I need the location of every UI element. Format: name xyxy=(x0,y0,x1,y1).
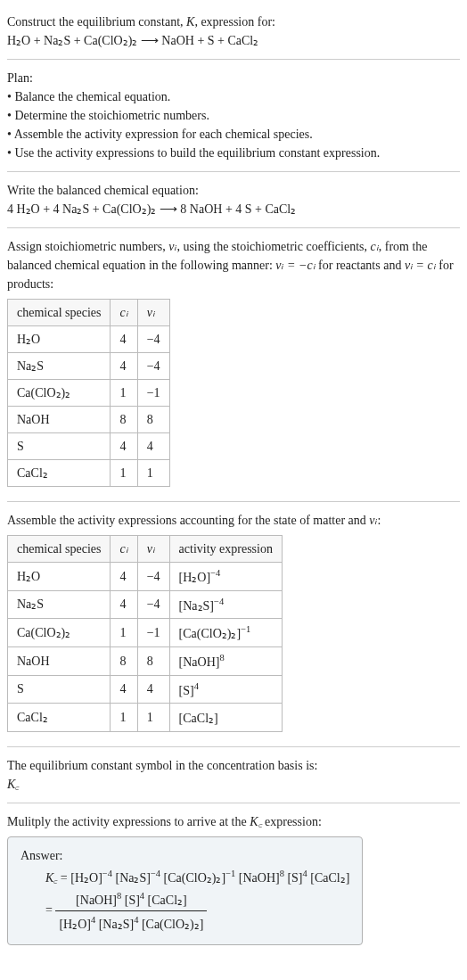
cell-species: H₂O xyxy=(8,563,111,591)
act-exp: −4 xyxy=(210,568,220,578)
multiply-section: Mulitply the activity expressions to arr… xyxy=(7,807,460,951)
cell-v: −4 xyxy=(137,353,169,380)
kc-symbol-section: The equilibrium constant symbol in the c… xyxy=(7,751,460,799)
act-exp: −4 xyxy=(214,597,224,606)
term: [CaCl₂] xyxy=(144,893,187,906)
cell-species: H₂O xyxy=(8,326,111,353)
col-species: chemical species xyxy=(8,536,111,563)
answer-label: Answer: xyxy=(20,846,349,865)
table-row: CaCl₂11 xyxy=(8,460,170,487)
exp: −1 xyxy=(225,869,235,878)
plan-bullet: • Assemble the activity expression for e… xyxy=(7,125,460,144)
table-row: CaCl₂11[CaCl₂] xyxy=(8,704,283,732)
cell-activity: [Na₂S]−4 xyxy=(169,590,282,619)
cell-activity: [NaOH]8 xyxy=(169,646,282,675)
act-base: [Ca(ClO₂)₂] xyxy=(179,627,242,640)
activity-text: Assemble the activity expressions accoun… xyxy=(7,511,460,530)
multiply-t: Mulitply the activity expressions to arr… xyxy=(7,815,250,828)
plan-bullet: • Use the activity expressions to build … xyxy=(7,144,460,162)
cell-species: S xyxy=(8,675,111,704)
balanced-equation: 4 H₂O + 4 Na₂S + Ca(ClO₂)₂ ⟶ 8 NaOH + 4 … xyxy=(7,200,460,218)
intro-text: Construct the equilibrium constant, K, e… xyxy=(7,12,460,31)
cell-v: −1 xyxy=(137,380,169,407)
numerator: [NaOH]8 [S]4 [CaCl₂] xyxy=(55,889,207,912)
cell-c: 4 xyxy=(111,590,137,619)
col-ci: cᵢ xyxy=(111,300,137,326)
intro-section: Construct the equilibrium constant, K, e… xyxy=(7,7,460,55)
table-row: H₂O4−4[H₂O]−4 xyxy=(8,563,283,591)
plan-heading: Plan: xyxy=(7,69,460,87)
stoich-text: Assign stoichiometric numbers, νᵢ, using… xyxy=(7,237,460,293)
term: [CaCl₂] xyxy=(307,871,350,885)
cell-c: 4 xyxy=(111,675,137,704)
cell-c: 1 xyxy=(111,619,137,647)
table-row: Ca(ClO₂)₂1−1 xyxy=(8,380,170,407)
divider xyxy=(7,803,460,803)
cell-v: 1 xyxy=(137,460,169,487)
unbalanced-equation: H₂O + Na₂S + Ca(ClO₂)₂ ⟶ NaOH + S + CaCl… xyxy=(7,31,460,50)
equals: = xyxy=(57,871,70,885)
act-base: [Na₂S] xyxy=(179,598,214,612)
relation: νᵢ = −cᵢ xyxy=(275,259,315,272)
fraction: [NaOH]8 [S]4 [CaCl₂] [H₂O]4 [Na₂S]4 [Ca(… xyxy=(55,889,207,934)
arrow-icon: ⟶ xyxy=(141,33,159,47)
table-row: H₂O4−4 xyxy=(8,326,170,353)
term: [S] xyxy=(284,871,303,885)
eq-rhs: NaOH + S + CaCl₂ xyxy=(161,34,258,47)
cell-species: Na₂S xyxy=(8,353,111,380)
act-base: [NaOH] xyxy=(179,655,220,669)
c-i: cᵢ xyxy=(371,240,379,253)
table-row: Na₂S4−4[Na₂S]−4 xyxy=(8,590,283,619)
stoich-table: chemical species cᵢ νᵢ H₂O4−4 Na₂S4−4 Ca… xyxy=(7,299,170,487)
cell-activity: [Ca(ClO₂)₂]−1 xyxy=(169,619,282,647)
table-header-row: chemical species cᵢ νᵢ xyxy=(8,300,170,326)
cell-species: Na₂S xyxy=(8,590,111,619)
act-base: [CaCl₂] xyxy=(179,712,218,725)
kc-symbol: K꜀ xyxy=(7,775,460,794)
col-nui: νᵢ xyxy=(137,300,169,326)
exp: −4 xyxy=(151,869,160,878)
cell-v: −4 xyxy=(137,590,169,619)
kc: K꜀ xyxy=(45,871,57,885)
table-header-row: chemical species cᵢ νᵢ activity expressi… xyxy=(8,536,283,563)
term: [H₂O] xyxy=(70,871,102,885)
denominator: [H₂O]4 [Na₂S]4 [Ca(ClO₂)₂] xyxy=(55,911,207,934)
equals: = xyxy=(45,903,55,917)
intro-text-b: , expression for: xyxy=(194,15,275,29)
cell-c: 4 xyxy=(111,353,137,380)
term: [H₂O] xyxy=(59,918,91,931)
col-nui: νᵢ xyxy=(137,536,169,563)
relation: νᵢ = cᵢ xyxy=(405,259,436,272)
plan-section: Plan: • Balance the chemical equation. •… xyxy=(7,63,460,168)
cell-c: 4 xyxy=(111,433,137,460)
stoich-section: Assign stoichiometric numbers, νᵢ, using… xyxy=(7,232,460,498)
activity-table: chemical species cᵢ νᵢ activity expressi… xyxy=(7,535,283,732)
divider xyxy=(7,746,460,747)
act-base: [S] xyxy=(179,683,194,696)
cell-v: 1 xyxy=(137,704,169,732)
term: [S] xyxy=(121,893,140,906)
cell-c: 8 xyxy=(111,407,137,433)
cell-species: Ca(ClO₂)₂ xyxy=(8,380,111,407)
cell-activity: [CaCl₂] xyxy=(169,704,282,732)
cell-v: 4 xyxy=(137,433,169,460)
balanced-section: Write the balanced chemical equation: 4 … xyxy=(7,176,460,224)
answer-box: Answer: K꜀ = [H₂O]−4 [Na₂S]−4 [Ca(ClO₂)₂… xyxy=(7,836,363,945)
cell-activity: [H₂O]−4 xyxy=(169,563,282,591)
cell-v: 8 xyxy=(137,646,169,675)
cell-c: 1 xyxy=(111,460,137,487)
cell-species: Ca(ClO₂)₂ xyxy=(8,619,111,647)
act-exp: 8 xyxy=(219,653,224,663)
table-row: Na₂S4−4 xyxy=(8,353,170,380)
divider xyxy=(7,59,460,60)
term: [Na₂S] xyxy=(95,918,134,931)
answer-content: K꜀ = [H₂O]−4 [Na₂S]−4 [Ca(ClO₂)₂]−1 [NaO… xyxy=(20,867,349,934)
col-species: chemical species xyxy=(8,300,111,326)
intro-text-a: Construct the equilibrium constant, xyxy=(7,15,186,29)
cell-species: CaCl₂ xyxy=(8,460,111,487)
stoich-t: , using the stoichiometric coefficients, xyxy=(176,240,370,253)
activity-section: Assemble the activity expressions accoun… xyxy=(7,506,460,743)
cell-species: NaOH xyxy=(8,646,111,675)
cell-species: NaOH xyxy=(8,407,111,433)
multiply-text: Mulitply the activity expressions to arr… xyxy=(7,812,460,831)
